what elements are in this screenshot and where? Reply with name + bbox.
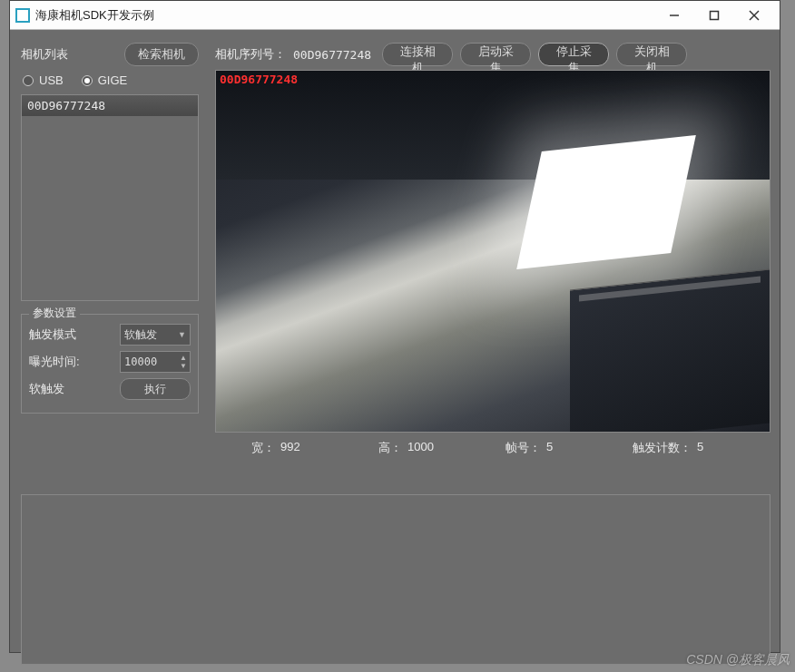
trigger-count-value: 5	[697, 440, 703, 456]
soft-trigger-label: 软触发	[29, 381, 64, 397]
serial-value: 00D96777248	[293, 48, 371, 62]
search-camera-button[interactable]: 检索相机	[124, 43, 199, 66]
usb-radio[interactable]: USB	[23, 73, 64, 87]
camera-list[interactable]: 00D96777248	[21, 94, 199, 301]
exposure-value: 10000	[121, 355, 177, 368]
camera-list-label: 相机列表	[21, 46, 68, 63]
trigger-count-label: 触发计数：	[633, 440, 692, 456]
close-camera-button[interactable]: 关闭相机	[616, 43, 687, 66]
minimize-button[interactable]	[654, 1, 694, 30]
titlebar: 海康相机SDK开发示例	[10, 1, 780, 30]
stop-capture-button[interactable]: 停止采集	[538, 43, 609, 66]
serial-label: 相机序列号：	[215, 46, 286, 63]
connect-button[interactable]: 连接相机	[382, 43, 453, 66]
chevron-down-icon: ▼	[178, 330, 186, 339]
exposure-input[interactable]: 10000 ▲▼	[120, 351, 191, 373]
trigger-mode-label: 触发模式	[29, 326, 76, 343]
log-output[interactable]	[21, 494, 770, 665]
camera-preview: 00D96777248	[215, 70, 770, 433]
start-capture-button[interactable]: 启动采集	[460, 43, 531, 66]
maximize-button[interactable]	[694, 1, 734, 30]
overlay-serial: 00D96777248	[220, 73, 298, 86]
height-value: 1000	[407, 440, 434, 456]
radio-icon	[82, 75, 93, 86]
width-label: 宽：	[251, 440, 275, 456]
exposure-label: 曝光时间:	[29, 354, 80, 370]
app-icon	[15, 8, 30, 23]
gige-radio[interactable]: GIGE	[82, 73, 128, 87]
stats-row: 宽： 992 高： 1000 帧号： 5 触发计数： 5	[215, 440, 770, 456]
param-group: 参数设置 触发模式 软触发 ▼ 曝光时间: 10000 ▲▼ 软触	[21, 314, 199, 414]
close-button[interactable]	[734, 1, 774, 30]
frame-label: 帧号：	[505, 440, 541, 456]
usb-radio-label: USB	[39, 73, 64, 87]
trigger-mode-value: 软触发	[124, 327, 157, 343]
gige-radio-label: GIGE	[98, 73, 128, 87]
height-label: 高：	[378, 440, 402, 456]
radio-icon	[23, 75, 34, 86]
frame-value: 5	[546, 440, 553, 456]
list-item[interactable]: 00D96777248	[22, 95, 198, 116]
spinner-arrows-icon: ▲▼	[177, 354, 190, 370]
execute-button[interactable]: 执行	[120, 378, 191, 400]
param-group-title: 参数设置	[29, 306, 80, 321]
width-value: 992	[280, 440, 300, 456]
svg-rect-1	[711, 11, 719, 19]
trigger-mode-select[interactable]: 软触发 ▼	[120, 324, 191, 346]
window-title: 海康相机SDK开发示例	[35, 7, 654, 24]
